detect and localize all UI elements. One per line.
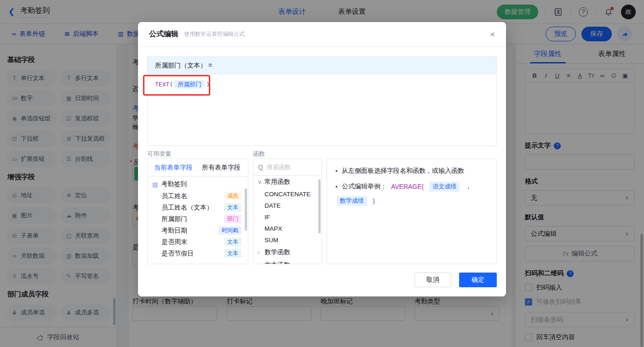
chevron-right-icon: › (258, 249, 262, 256)
document-icon: ▤ (152, 181, 158, 188)
type-badge: 文本 (224, 249, 242, 258)
function-item[interactable]: DATE (253, 200, 322, 211)
red-annotation-box (143, 75, 210, 96)
variable-item[interactable]: 员工姓名（文本）文本 (148, 202, 248, 213)
formula-hints-panel: • 从左侧面板选择字段名和函数，或输入函数 • 公式编辑举例：AVERAGE(语… (327, 159, 497, 264)
bullet-icon: • (335, 183, 338, 190)
search-icon: Q (258, 164, 263, 171)
variable-item[interactable]: 是否节假日文本 (148, 248, 248, 259)
functions-scrollbar[interactable] (318, 179, 321, 233)
variables-label: 可用变量 (147, 150, 171, 158)
chevron-down-icon: ∨ (258, 179, 262, 185)
formula-target: 所属部门（文本） = (148, 57, 496, 74)
cancel-button[interactable]: 取消 (414, 273, 451, 287)
formula-edit-modal: 公式编辑 使用数学运算符编辑公式 × 所属部门（文本） = TEXT(所属部门)… (138, 22, 506, 296)
example-function: AVERAGE( (391, 183, 424, 190)
type-badge: 文本 (224, 203, 242, 212)
formula-editor[interactable]: 所属部门（文本） = TEXT(所属部门) (147, 57, 497, 146)
type-badge: 时间戳 (218, 226, 242, 235)
bullet-icon: • (335, 167, 338, 175)
modal-title: 公式编辑 (149, 29, 178, 39)
hint-line-2: 公式编辑举例： (342, 182, 387, 191)
type-badge: 成员 (224, 192, 242, 200)
modal-subtitle: 使用数学运算符编辑公式 (184, 30, 245, 38)
example-field-chip: 语文成绩 (429, 182, 460, 192)
function-item[interactable]: IF (253, 211, 322, 223)
functions-panel: Q ∨ 常用函数 CONCATENATE DATE IF MAPX SUM › … (253, 159, 322, 264)
tab-all-form-fields[interactable]: 所有表单字段 (202, 164, 241, 172)
example-field-chip: 数学成绩 (337, 196, 367, 206)
chevron-right-icon: › (258, 262, 262, 264)
variable-item[interactable]: 考勤日期时间戳 (148, 225, 248, 236)
variables-panel: 当前表单字段 所有表单字段 ▤ 考勤签到 员工姓名成员 员工姓名（文本）文本 所… (147, 159, 248, 264)
type-badge: 部门 (224, 215, 242, 223)
tab-current-form-fields[interactable]: 当前表单字段 (154, 164, 193, 172)
functions-label: 函数 (253, 150, 265, 158)
function-group-common[interactable]: ∨ 常用函数 (253, 176, 322, 188)
function-search: Q (253, 159, 322, 176)
function-item[interactable]: SUM (253, 234, 322, 246)
function-group-text[interactable]: › 文本函数 (253, 259, 322, 264)
hint-line-1: 从左侧面板选择字段名和函数，或输入函数 (342, 167, 464, 175)
variable-item[interactable]: 员工姓名成员 (148, 190, 248, 202)
variables-tree-root[interactable]: ▤ 考勤签到 (148, 176, 248, 190)
function-group-math[interactable]: › 数学函数 (253, 246, 322, 259)
function-search-input[interactable] (267, 164, 313, 171)
variables-scrollbar[interactable] (245, 188, 247, 231)
close-icon[interactable]: × (490, 30, 495, 39)
variable-item[interactable]: 是否周末文本 (148, 236, 248, 248)
confirm-button[interactable]: 确定 (459, 273, 497, 287)
function-item[interactable]: CONCATENATE (253, 188, 322, 200)
variable-item[interactable]: 所属部门部门 (148, 213, 248, 225)
function-item[interactable]: MAPX (253, 223, 322, 234)
type-badge: 文本 (224, 238, 242, 246)
